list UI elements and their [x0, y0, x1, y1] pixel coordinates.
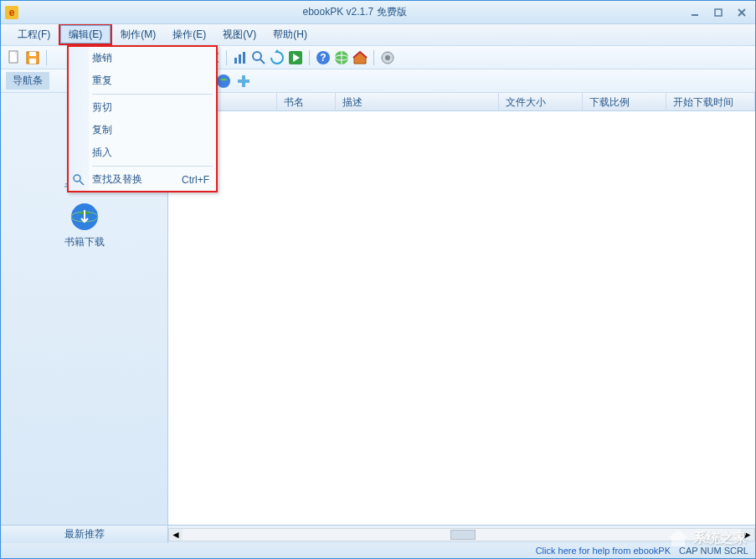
dropdown-separator: [92, 94, 213, 95]
table-col-time[interactable]: 开始下载时间: [666, 93, 755, 110]
settings-icon[interactable]: [379, 49, 396, 66]
close-button[interactable]: [732, 5, 752, 20]
app-window: e ebookPK v2.1.7 免费版 工程(F) 编辑(E) 制作(M) 操…: [0, 0, 756, 559]
bottom-bar: 最新推荐 ◄ ►: [1, 525, 755, 543]
edit-dropdown-menu: 撤销 重复 剪切 复制 插入 查找及替换 Ctrl+F: [67, 45, 218, 192]
menu-find-replace[interactable]: 查找及替换 Ctrl+F: [69, 168, 216, 191]
toolbar-separator: [226, 50, 227, 65]
toolbar-separator: [46, 50, 47, 65]
svg-line-33: [80, 181, 84, 185]
svg-rect-12: [234, 58, 237, 64]
menu-highlight: 编辑(E): [59, 24, 112, 45]
app-icon: e: [4, 5, 19, 20]
sidebar-label-download: 书籍下载: [64, 235, 105, 249]
svg-rect-9: [29, 59, 36, 64]
scroll-left-arrow[interactable]: ◄: [169, 529, 183, 541]
download-icon: [69, 202, 100, 232]
svg-text:?: ?: [320, 52, 326, 64]
home-icon[interactable]: [352, 49, 368, 66]
help-link[interactable]: Click here for help from ebookPK: [536, 546, 671, 556]
menu-operate[interactable]: 操作(E): [164, 24, 214, 45]
svg-point-32: [74, 175, 80, 182]
dropdown-separator: [92, 166, 213, 167]
table-header: 书名 描述 文件大小 下载比例 开始下载时间: [168, 93, 755, 111]
maximize-button[interactable]: [708, 5, 728, 20]
svg-point-15: [253, 52, 261, 60]
scroll-right-arrow[interactable]: ►: [741, 529, 754, 541]
svg-text:e: e: [9, 7, 15, 18]
new-icon[interactable]: [6, 49, 23, 66]
menu-view[interactable]: 视图(V): [214, 24, 265, 45]
menu-file[interactable]: 工程(F): [9, 24, 59, 45]
window-title: ebookPK v2.1.7 免费版: [24, 5, 685, 19]
toolbar-separator: [373, 50, 374, 65]
menu-help[interactable]: 帮助(H): [265, 24, 316, 45]
svg-rect-8: [29, 52, 36, 56]
scroll-thumb[interactable]: [450, 530, 476, 540]
search-icon[interactable]: [250, 49, 267, 66]
globe-icon[interactable]: [333, 49, 350, 66]
menu-redo[interactable]: 重复: [69, 69, 216, 92]
svg-rect-13: [239, 54, 241, 64]
table-col-size[interactable]: 文件大小: [499, 93, 583, 110]
add-icon[interactable]: [235, 73, 252, 90]
table-body: [168, 111, 755, 525]
table-col-desc[interactable]: 描述: [336, 93, 499, 110]
titlebar: e ebookPK v2.1.7 免费版: [1, 1, 755, 24]
search-icon: [72, 173, 85, 187]
help-icon[interactable]: ?: [315, 49, 332, 66]
chart-icon[interactable]: [232, 49, 249, 66]
table-col-ratio[interactable]: 下载比例: [583, 93, 666, 110]
svg-rect-29: [238, 79, 249, 83]
statusbar: Click here for help from ebookPK CAP NUM…: [1, 543, 755, 558]
toolbar-separator: [309, 50, 310, 65]
horizontal-scrollbar[interactable]: ◄ ►: [168, 528, 755, 541]
content-area: 书名 描述 文件大小 下载比例 开始下载时间: [168, 93, 755, 525]
svg-rect-3: [715, 9, 722, 16]
sidebar-item-download[interactable]: 书籍下载: [1, 195, 167, 256]
svg-point-24: [385, 55, 390, 60]
play-icon[interactable]: [287, 49, 304, 66]
recommend-button[interactable]: 最新推荐: [1, 526, 168, 543]
recommend-label: 最新推荐: [64, 527, 105, 541]
menu-undo[interactable]: 撤销: [69, 47, 216, 69]
menu-cut[interactable]: 剪切: [69, 96, 216, 119]
status-indicators: CAP NUM SCRL: [679, 546, 748, 556]
table-col-name[interactable]: 书名: [277, 93, 336, 110]
svg-line-16: [260, 59, 265, 64]
save-icon[interactable]: [24, 49, 41, 66]
svg-rect-14: [243, 52, 245, 64]
window-controls: [685, 5, 752, 20]
menubar: 工程(F) 编辑(E) 制作(M) 操作(E) 视图(V) 帮助(H): [1, 24, 755, 46]
nav-label: 导航条: [6, 72, 49, 90]
world-icon[interactable]: [215, 73, 232, 90]
minimize-button[interactable]: [685, 5, 705, 20]
shortcut-text: Ctrl+F: [182, 174, 209, 186]
menu-make[interactable]: 制作(M): [112, 24, 164, 45]
menu-copy[interactable]: 复制: [69, 119, 216, 141]
menu-edit[interactable]: 编辑(E): [60, 25, 111, 44]
refresh-icon[interactable]: [269, 49, 285, 66]
menu-insert[interactable]: 插入: [69, 141, 216, 164]
svg-point-27: [217, 74, 230, 88]
